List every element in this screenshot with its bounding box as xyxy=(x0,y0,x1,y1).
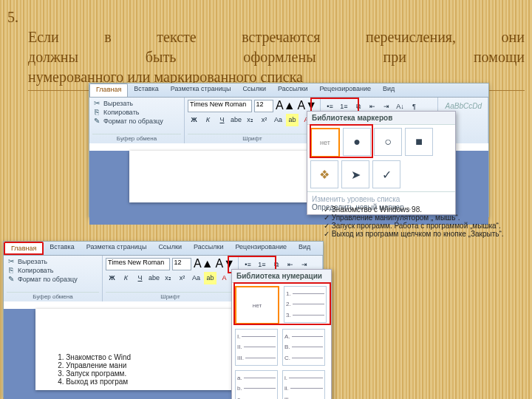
grow-font-icon[interactable]: A▲ xyxy=(194,257,214,270)
format-painter-icon[interactable]: ✎ xyxy=(92,117,101,126)
italic-button[interactable]: К xyxy=(202,114,214,126)
case-button[interactable]: Aa xyxy=(190,272,202,284)
group-font-2: Шрифт xyxy=(106,292,235,300)
font-size-select[interactable]: 12 xyxy=(254,100,273,112)
bullet-option[interactable]: ➤ xyxy=(341,160,369,188)
bullet-option[interactable]: ❖ xyxy=(310,160,338,188)
group-font: Шрифт xyxy=(188,134,317,142)
grow-font-icon[interactable]: A▲ xyxy=(276,99,296,112)
tab-review[interactable]: Рецензирование xyxy=(313,83,377,97)
highlight-button[interactable]: ab xyxy=(204,272,216,284)
font-color-button[interactable]: A xyxy=(218,272,231,284)
highlight-numbering-swatches xyxy=(233,282,331,325)
tab-layout-2[interactable]: Разметка страницы xyxy=(81,242,153,255)
copy-icon[interactable]: ⎘ xyxy=(92,108,101,117)
subscript-button[interactable]: x₂ xyxy=(244,114,256,126)
change-list-level: Изменить уровень списка xyxy=(312,195,451,203)
tab-mail-2[interactable]: Рассылки xyxy=(188,242,229,255)
ribbon-tabs-2: Главная Вставка Разметка страницы Ссылки… xyxy=(4,242,323,256)
bullet-option[interactable]: ○ xyxy=(374,128,402,156)
tab-home-2[interactable]: Главная xyxy=(4,242,44,255)
tab-layout[interactable]: Разметка страницы xyxy=(165,83,237,97)
tab-view[interactable]: Вид xyxy=(377,83,400,97)
tab-view-2[interactable]: Вид xyxy=(293,242,316,255)
tab-mail[interactable]: Рассылки xyxy=(272,83,313,97)
strike-button[interactable]: abe xyxy=(148,272,160,284)
font-name-select[interactable]: Times New Roman xyxy=(188,100,252,112)
group-clipboard: Буфер обмена xyxy=(92,134,181,142)
ribbon-tabs: Главная Вставка Разметка страницы Ссылки… xyxy=(89,83,488,98)
numbering-dd-title: Библиотека нумерации xyxy=(232,270,331,283)
tab-insert-2[interactable]: Вставка xyxy=(44,242,80,255)
bullet-option[interactable]: ■ xyxy=(405,128,433,156)
tab-insert[interactable]: Вставка xyxy=(128,83,164,97)
font-name-select-2[interactable]: Times New Roman xyxy=(106,258,170,270)
bullet-sample-list: ✓ Знакомство с Windows 98. ✓ Управление … xyxy=(324,205,504,238)
font-size-select-2[interactable]: 12 xyxy=(172,258,191,270)
numbering-option[interactable]: I. II. III. xyxy=(235,329,278,366)
underline-button[interactable]: Ч xyxy=(216,114,228,126)
bullets-dd-title: Библиотека маркеров xyxy=(307,112,455,125)
bold-button[interactable]: Ж xyxy=(188,114,200,126)
numbering-option[interactable]: A. B. C. xyxy=(282,329,325,366)
superscript-button[interactable]: x² xyxy=(176,272,188,284)
group-clipboard-2: Буфер обмена xyxy=(7,292,99,300)
cut-icon[interactable]: ✂ xyxy=(92,99,101,108)
highlight-button[interactable]: ab xyxy=(286,114,299,126)
case-button[interactable]: Aa xyxy=(272,114,284,126)
tab-refs-2[interactable]: Ссылки xyxy=(152,242,188,255)
italic-button[interactable]: К xyxy=(120,272,132,284)
tab-refs[interactable]: Ссылки xyxy=(236,83,272,97)
tab-review-2[interactable]: Рецензирование xyxy=(229,242,293,255)
superscript-button[interactable]: x² xyxy=(258,114,270,126)
cut-icon[interactable]: ✂ xyxy=(7,257,16,266)
copy-icon[interactable]: ⎘ xyxy=(7,266,16,275)
slide-title: 5. Если в тексте встречаются перечислени… xyxy=(7,7,525,91)
bullet-option[interactable]: ✓ xyxy=(372,160,400,188)
numbered-sample-list: 1. Знакомство с Wind 2. Управление мани … xyxy=(58,353,131,386)
tab-home[interactable]: Главная xyxy=(89,83,128,97)
format-painter-icon[interactable]: ✎ xyxy=(7,275,16,284)
strike-button[interactable]: abe xyxy=(230,114,242,126)
underline-button[interactable]: Ч xyxy=(134,272,146,284)
numbering-option[interactable]: i. ii. iii. xyxy=(282,370,325,399)
highlight-bullet-swatches xyxy=(310,124,373,158)
title-number: 5. xyxy=(7,7,24,27)
subscript-button[interactable]: x₂ xyxy=(162,272,174,284)
numbering-option[interactable]: a. b. c. xyxy=(235,370,278,399)
bold-button[interactable]: Ж xyxy=(106,272,118,284)
